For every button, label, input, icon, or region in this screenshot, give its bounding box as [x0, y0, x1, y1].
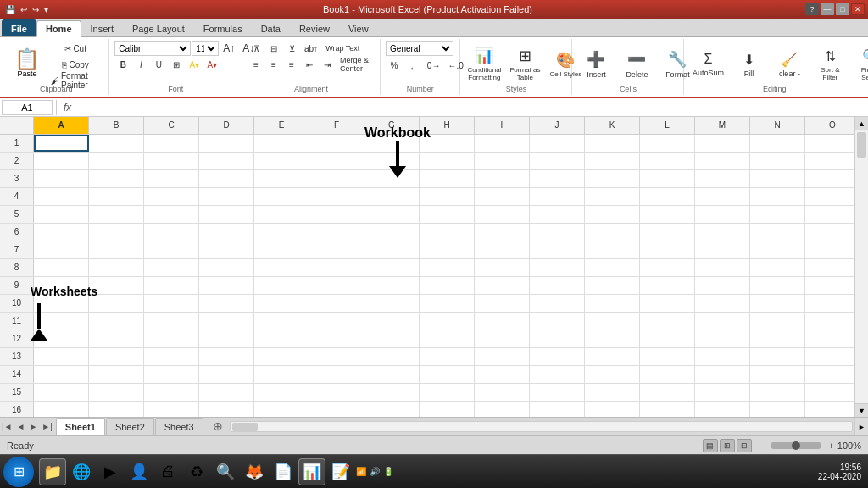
col-header-e[interactable]: E — [254, 117, 309, 134]
col-header-i[interactable]: I — [475, 117, 530, 134]
cell-D10[interactable] — [199, 295, 254, 312]
maximize-button[interactable]: □ — [836, 3, 849, 15]
cut-button[interactable]: ✂ Cut — [47, 41, 103, 56]
cell-K10[interactable] — [585, 295, 640, 312]
tab-home[interactable]: Home — [36, 20, 81, 37]
col-header-m[interactable]: M — [695, 117, 750, 134]
cell-K16[interactable] — [585, 402, 640, 417]
cell-L5[interactable] — [640, 206, 695, 223]
battery-icon[interactable]: 🔋 — [383, 467, 393, 476]
cell-L12[interactable] — [640, 330, 695, 347]
cell-J15[interactable] — [530, 384, 585, 401]
cell-N1[interactable] — [750, 135, 805, 152]
cell-B5[interactable] — [89, 206, 144, 223]
col-header-c[interactable]: C — [144, 117, 199, 134]
sheet-nav-first[interactable]: |◄ — [0, 422, 14, 431]
close-button[interactable]: ✕ — [851, 3, 865, 15]
cell-J14[interactable] — [530, 366, 585, 383]
cell-H4[interactable] — [420, 188, 475, 205]
cell-O2[interactable] — [805, 152, 854, 169]
conditional-formatting-button[interactable]: 📊 Conditional Formatting — [465, 42, 503, 86]
col-header-j[interactable]: J — [530, 117, 585, 134]
cell-E1[interactable] — [254, 135, 309, 152]
scroll-track-vertical[interactable] — [855, 130, 868, 403]
taskbar-recycle[interactable]: ♻ — [183, 458, 210, 485]
cell-C3[interactable] — [144, 170, 199, 187]
cell-A16[interactable] — [34, 402, 89, 417]
cell-I14[interactable] — [475, 366, 530, 383]
cell-K14[interactable] — [585, 366, 640, 383]
underline-button[interactable]: U — [150, 57, 167, 72]
cell-F9[interactable] — [309, 277, 364, 294]
cell-B1[interactable] — [89, 135, 144, 152]
increase-decimal-button[interactable]: .0→ — [421, 58, 443, 73]
cell-I3[interactable] — [475, 170, 530, 187]
cell-M5[interactable] — [695, 206, 750, 223]
cell-C10[interactable] — [144, 295, 199, 312]
taskbar-file-explorer[interactable]: 📁 — [39, 458, 66, 485]
cell-G13[interactable] — [364, 348, 420, 365]
comma-button[interactable]: , — [403, 58, 420, 73]
cell-M8[interactable] — [695, 259, 750, 276]
cell-K5[interactable] — [585, 206, 640, 223]
dropdown-icon[interactable]: ▾ — [42, 5, 50, 14]
cell-C14[interactable] — [144, 366, 199, 383]
col-header-b[interactable]: B — [89, 117, 144, 134]
row-num-13[interactable]: 13 — [0, 348, 34, 365]
cell-H10[interactable] — [420, 295, 475, 312]
cell-M14[interactable] — [695, 366, 750, 383]
delete-cells-button[interactable]: ➖ Delete — [618, 42, 655, 86]
row-num-6[interactable]: 6 — [0, 224, 34, 241]
cell-L14[interactable] — [640, 366, 695, 383]
page-layout-view-button[interactable]: ⊞ — [720, 439, 735, 452]
cell-G9[interactable] — [364, 277, 420, 294]
align-middle-button[interactable]: ⊟ — [265, 41, 282, 56]
cell-L3[interactable] — [640, 170, 695, 187]
cell-J6[interactable] — [530, 224, 585, 241]
cell-O16[interactable] — [805, 402, 854, 417]
col-header-h[interactable]: H — [420, 117, 475, 134]
view-buttons[interactable]: ▤ ⊞ ⊟ — [703, 439, 752, 452]
cell-N15[interactable] — [750, 384, 805, 401]
cell-B16[interactable] — [89, 402, 144, 417]
cell-D4[interactable] — [199, 188, 254, 205]
cell-K6[interactable] — [585, 224, 640, 241]
cell-I1[interactable] — [475, 135, 530, 152]
cell-G8[interactable] — [364, 259, 420, 276]
cell-F12[interactable] — [309, 330, 364, 347]
cell-O7[interactable] — [805, 241, 854, 258]
cell-H2[interactable] — [420, 152, 475, 169]
cell-G2[interactable] — [364, 152, 420, 169]
cell-E5[interactable] — [254, 206, 309, 223]
cell-H7[interactable] — [420, 241, 475, 258]
cell-F16[interactable] — [309, 402, 364, 417]
cell-O9[interactable] — [805, 277, 854, 294]
cell-O10[interactable] — [805, 295, 854, 312]
cell-O12[interactable] — [805, 330, 854, 347]
cell-A3[interactable] — [34, 170, 89, 187]
cell-M12[interactable] — [695, 330, 750, 347]
cell-K3[interactable] — [585, 170, 640, 187]
cell-C12[interactable] — [144, 330, 199, 347]
cell-A12[interactable] — [34, 330, 89, 347]
zoom-thumb[interactable] — [792, 441, 800, 450]
cell-D12[interactable] — [199, 330, 254, 347]
cell-O8[interactable] — [805, 259, 854, 276]
cell-A4[interactable] — [34, 188, 89, 205]
cell-F14[interactable] — [309, 366, 364, 383]
cell-G7[interactable] — [364, 241, 420, 258]
tab-insert[interactable]: Insert — [81, 19, 124, 36]
col-header-l[interactable]: L — [640, 117, 695, 134]
cell-O14[interactable] — [805, 366, 854, 383]
cell-A9[interactable] — [34, 277, 89, 294]
cell-A6[interactable] — [34, 224, 89, 241]
cell-N16[interactable] — [750, 402, 805, 417]
cell-L15[interactable] — [640, 384, 695, 401]
tab-formulas[interactable]: Formulas — [194, 19, 252, 36]
cell-D9[interactable] — [199, 277, 254, 294]
row-num-16[interactable]: 16 — [0, 402, 34, 417]
cell-I2[interactable] — [475, 152, 530, 169]
cell-L16[interactable] — [640, 402, 695, 417]
border-button[interactable]: ⊞ — [168, 57, 185, 72]
cell-G4[interactable] — [364, 188, 420, 205]
